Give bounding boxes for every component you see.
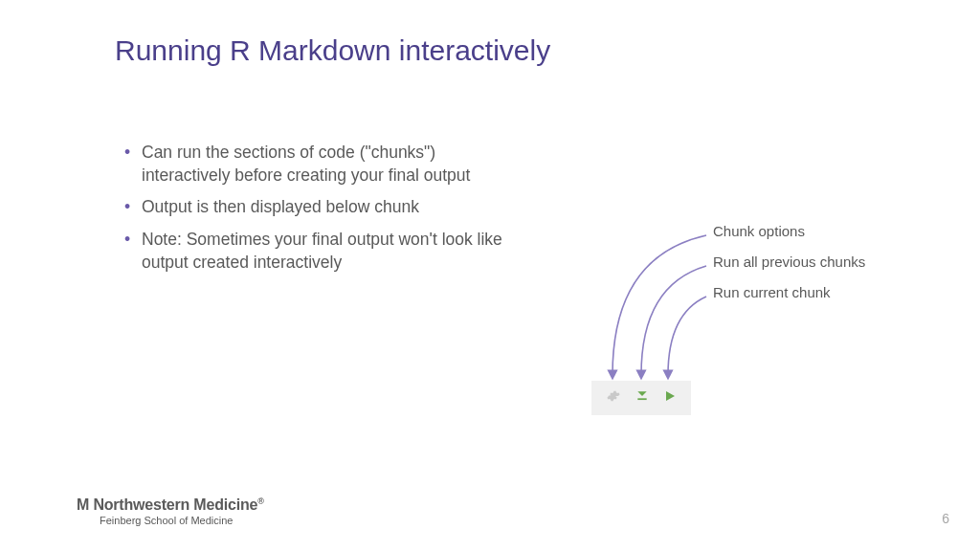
callout-chunk-options: Chunk options <box>713 223 865 239</box>
bullet-item: Note: Sometimes your final output won't … <box>124 229 517 274</box>
callout-run-previous: Run all previous chunks <box>713 253 865 270</box>
logo-mark: M <box>77 496 89 513</box>
slide-title: Running R Markdown interactively <box>115 34 550 67</box>
play-icon[interactable] <box>664 389 676 407</box>
bullet-item: Can run the sections of code ("chunks") … <box>124 142 517 187</box>
logo-registered: ® <box>257 496 263 506</box>
bullet-item: Output is then displayed below chunk <box>124 196 517 219</box>
chunk-toolbar <box>591 381 691 415</box>
gear-icon[interactable] <box>607 389 620 407</box>
svg-marker-1 <box>637 391 646 396</box>
svg-rect-2 <box>637 398 646 400</box>
footer-logo: M Northwestern Medicine® Feinberg School… <box>77 496 264 526</box>
logo-brand: Northwestern Medicine <box>93 496 257 513</box>
callout-labels: Chunk options Run all previous chunks Ru… <box>713 223 865 315</box>
svg-marker-3 <box>666 391 675 401</box>
logo-subtitle: Feinberg School of Medicine <box>77 515 264 526</box>
bullet-list: Can run the sections of code ("chunks") … <box>124 142 517 283</box>
callout-run-current: Run current chunk <box>713 284 865 300</box>
page-number: 6 <box>942 511 949 526</box>
run-above-icon[interactable] <box>635 389 649 407</box>
